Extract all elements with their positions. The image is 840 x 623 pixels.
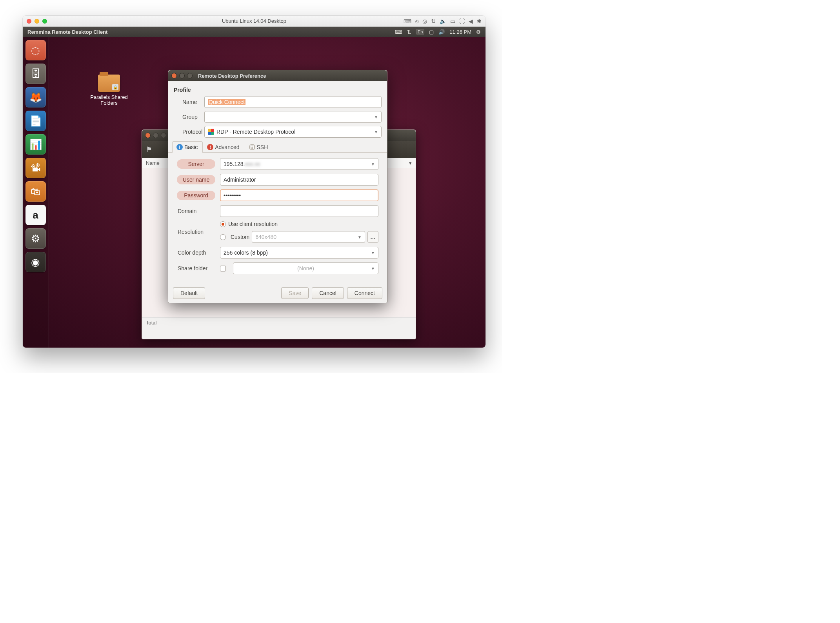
connect-button[interactable]: Connect	[347, 287, 382, 299]
label-domain: Domain	[177, 206, 215, 216]
label-server: Server	[177, 159, 215, 169]
share-folder-checkbox[interactable]	[220, 266, 226, 271]
label-username: User name	[177, 175, 215, 184]
remmina-statusbar: Total	[142, 317, 416, 328]
server-value-masked: xxx.xx	[245, 161, 260, 167]
network-indicator-icon[interactable]: ⇅	[407, 29, 411, 35]
launcher-files[interactable]: 🗄	[25, 64, 46, 84]
remmina-status-text: Total	[146, 320, 156, 326]
dialog-close-button[interactable]	[171, 73, 177, 78]
username-value: Administrator	[224, 177, 256, 183]
username-input[interactable]: Administrator	[220, 174, 378, 186]
protocol-combo[interactable]: RDP - Remote Desktop Protocol ▼	[204, 126, 382, 138]
vm-window: Ubuntu Linux 14.04 Desktop ⌨ ⎋ ◎ ⇅ 🔈 ▭ ⛶…	[23, 16, 485, 348]
launcher-calc[interactable]: 📊	[25, 134, 46, 155]
tab-advanced[interactable]: ! Advanced	[203, 141, 244, 153]
chevron-down-icon: ▼	[374, 130, 378, 134]
label-name: Name	[174, 99, 204, 105]
active-app-title: Remmina Remote Desktop Client	[27, 29, 107, 35]
radio-client-resolution[interactable]	[220, 221, 226, 227]
launcher-firefox[interactable]: 🦊	[25, 87, 46, 107]
tab-ssh-label: SSH	[257, 144, 268, 150]
basic-panel: Server 195.128.xxx.xx ▼ User name Admini…	[174, 153, 382, 281]
keyboard-indicator-icon[interactable]: ⌨	[395, 29, 402, 35]
protocol-value: RDP - Remote Desktop Protocol	[216, 129, 295, 135]
mac-titlebar: Ubuntu Linux 14.04 Desktop ⌨ ⎋ ◎ ⇅ 🔈 ▭ ⛶…	[23, 16, 485, 27]
label-protocol: Protocol	[174, 129, 204, 135]
remmina-close-button[interactable]	[145, 133, 151, 138]
launcher-impress[interactable]: 📽	[25, 158, 46, 178]
chevron-down-icon: ▼	[374, 115, 378, 119]
save-button[interactable]: Save	[281, 287, 309, 299]
group-combo[interactable]: ▼	[204, 111, 382, 123]
column-name[interactable]: Name	[146, 160, 160, 166]
dialog-footer: Default Save Cancel Connect	[168, 283, 387, 303]
key-icon: ⚿	[249, 144, 255, 150]
ubuntu-menubar: Remmina Remote Desktop Client ⌨ ⇅ En ▢ 🔊…	[23, 27, 485, 37]
ubuntu-desktop: Remmina Remote Desktop Client ⌨ ⇅ En ▢ 🔊…	[23, 27, 485, 348]
label-share-folder: Share folder	[177, 264, 215, 273]
label-resolution: Resolution	[177, 227, 215, 237]
password-input[interactable]: •••••••••	[220, 189, 378, 201]
remmina-maximize-button[interactable]	[161, 133, 166, 138]
tab-basic-label: Basic	[184, 144, 198, 150]
name-value: Quick Connect	[208, 99, 245, 105]
default-button[interactable]: Default	[173, 287, 205, 299]
launcher-dash[interactable]: ◌	[25, 40, 46, 60]
chevron-down-icon: ▼	[371, 162, 375, 166]
color-depth-value: 256 colors (8 bpp)	[224, 250, 268, 256]
chevron-down-icon: ▼	[371, 266, 375, 271]
launcher-amazon[interactable]: a	[25, 205, 46, 225]
custom-resolution-combo[interactable]: 640x480 ▼	[252, 231, 365, 243]
tabstrip: i Basic ! Advanced ⚿ SSH	[168, 141, 387, 153]
chevron-down-icon: ▼	[371, 251, 375, 255]
unity-launcher: ◌ 🗄 🦊 📄 📊 📽 🛍 a ⚙ ◉	[23, 37, 49, 348]
desktop-shared-folders[interactable]: 🔒 Parallels Shared Folders	[82, 75, 136, 106]
label-color-depth: Color depth	[177, 248, 215, 257]
tab-basic[interactable]: i Basic	[172, 141, 203, 153]
dialog-maximize-button[interactable]	[187, 73, 193, 78]
launcher-writer[interactable]: 📄	[25, 111, 46, 131]
mac-window-title: Ubuntu Linux 14.04 Desktop	[23, 18, 485, 24]
remmina-minimize-button[interactable]	[153, 133, 158, 138]
dialog-title: Remote Desktop Preference	[198, 73, 266, 79]
dialog-minimize-button[interactable]	[179, 73, 185, 78]
battery-icon[interactable]: ▢	[429, 29, 434, 35]
section-profile-title: Profile	[174, 87, 382, 93]
custom-resolution-value: 640x480	[255, 234, 276, 240]
volume-icon[interactable]: 🔊	[438, 29, 445, 35]
server-value-prefix: 195.128.	[224, 161, 245, 167]
label-password: Password	[177, 191, 215, 200]
radio-client-label: Use client resolution	[228, 221, 278, 227]
name-input[interactable]: Quick Connect	[204, 96, 382, 108]
preference-dialog: Remote Desktop Preference Profile Name Q…	[168, 70, 387, 303]
connect-icon[interactable]: ⚑	[146, 145, 152, 154]
chevron-down-icon: ▼	[358, 235, 362, 239]
session-gear-icon[interactable]: ⚙	[476, 29, 481, 35]
color-depth-combo[interactable]: 256 colors (8 bpp) ▼	[220, 247, 378, 259]
radio-custom-label: Custom	[231, 234, 249, 240]
radio-custom-resolution[interactable]	[220, 234, 226, 240]
info-icon: i	[176, 144, 183, 150]
launcher-settings[interactable]: ⚙	[25, 228, 46, 249]
tab-ssh[interactable]: ⚿ SSH	[245, 141, 273, 153]
domain-input[interactable]	[220, 205, 378, 217]
protocol-icon	[208, 129, 214, 135]
cancel-button[interactable]: Cancel	[312, 287, 344, 299]
share-folder-value: (None)	[297, 265, 314, 271]
desktop-icon-label: Parallels Shared Folders	[82, 94, 136, 106]
lock-icon: 🔒	[112, 84, 118, 90]
tab-advanced-label: Advanced	[215, 144, 239, 150]
launcher-remmina[interactable]: ◉	[25, 252, 46, 272]
server-input[interactable]: 195.128.xxx.xx ▼	[220, 158, 378, 170]
clock[interactable]: 11:26 PM	[449, 29, 471, 35]
password-value: •••••••••	[224, 192, 241, 199]
resolution-more-button[interactable]: …	[367, 231, 378, 243]
warning-icon: !	[207, 144, 213, 150]
label-group: Group	[174, 114, 204, 120]
language-indicator[interactable]: En	[416, 29, 424, 35]
column-menu-icon[interactable]: ▾	[409, 160, 412, 166]
share-folder-combo[interactable]: (None) ▼	[233, 262, 378, 274]
launcher-software-center[interactable]: 🛍	[25, 181, 46, 202]
